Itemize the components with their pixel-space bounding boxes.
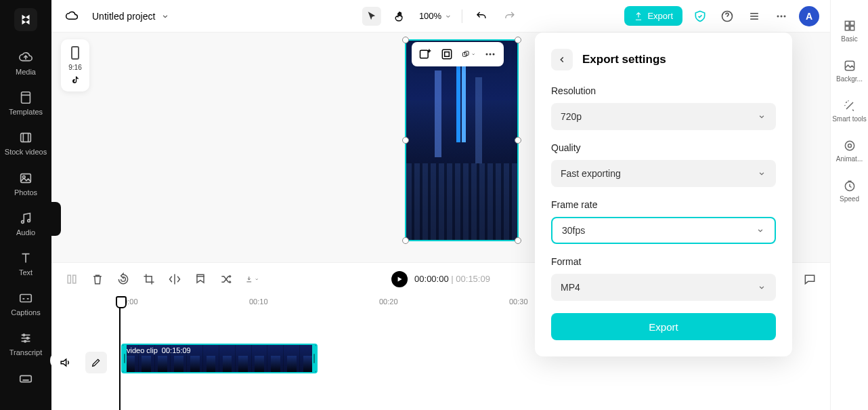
marker-button[interactable] (194, 272, 207, 286)
cloud-sync-button[interactable] (62, 7, 81, 26)
right-tab-basic[interactable]: Basic (831, 12, 868, 49)
replace-media-button[interactable] (418, 47, 432, 61)
more-icon (483, 47, 497, 61)
shield-check-icon (693, 9, 707, 23)
split-icon (65, 272, 79, 286)
resize-handle-tr[interactable] (515, 37, 521, 43)
comment-icon (803, 272, 817, 286)
film-icon (18, 130, 33, 145)
cursor-icon (366, 10, 378, 22)
svg-rect-25 (442, 49, 451, 58)
right-tab-animation[interactable]: Animat... (831, 132, 868, 169)
image-plus-icon (418, 47, 432, 61)
animation-icon (843, 139, 856, 152)
svg-rect-0 (22, 92, 30, 104)
export-button[interactable]: Export (624, 6, 682, 26)
mirror-button[interactable] (168, 272, 181, 286)
resize-handle-tl[interactable] (402, 37, 409, 43)
undo-button[interactable] (472, 7, 491, 26)
resize-handle-br[interactable] (515, 237, 521, 244)
help-button[interactable] (718, 7, 737, 26)
left-sidebar: Media Templates Stock videos Photos Audi… (0, 0, 51, 410)
resize-handle-mr[interactable] (515, 137, 521, 144)
shield-button[interactable] (691, 7, 710, 26)
sidebar-label: Captions (11, 308, 40, 317)
svg-rect-5 (21, 173, 31, 182)
quality-select[interactable]: Fast exporting (551, 160, 776, 187)
sidebar-item-audio[interactable]: Audio (0, 204, 51, 244)
svg-point-13 (23, 334, 25, 336)
right-tab-background[interactable]: Backgr... (831, 52, 868, 89)
cursor-tool[interactable] (362, 7, 381, 26)
resolution-label: Resolution (551, 85, 776, 96)
export-back-button[interactable] (551, 49, 573, 70)
svg-point-14 (26, 337, 28, 340)
list-button[interactable] (745, 7, 764, 26)
export-confirm-button[interactable]: Export (551, 313, 776, 340)
svg-point-8 (28, 220, 30, 222)
sidebar-item-text[interactable]: Text (0, 244, 51, 284)
play-button[interactable] (391, 271, 408, 287)
sidebar-label: Templates (9, 108, 43, 117)
rotate-button[interactable] (116, 272, 130, 286)
ruler-tick: 00:20 (379, 298, 398, 306)
delete-button[interactable] (91, 272, 104, 286)
right-tab-speed[interactable]: Speed (831, 172, 868, 209)
more-button[interactable] (772, 7, 791, 26)
list-icon (747, 9, 761, 23)
clip-trim-left[interactable] (123, 345, 127, 372)
resize-handle-bl[interactable] (402, 237, 409, 244)
video-clip[interactable]: video clip 00:15:09 (121, 344, 318, 373)
aspect-ratio-card[interactable]: 9:16 (61, 39, 89, 91)
sidebar-item-stock-videos[interactable]: Stock videos (0, 123, 51, 163)
edit-track-button[interactable] (85, 352, 107, 373)
cloud-upload-icon (18, 50, 33, 65)
resize-handle-ml[interactable] (402, 137, 409, 144)
avatar[interactable]: A (799, 6, 819, 26)
format-select[interactable]: MP4 (551, 274, 776, 301)
preview-frame[interactable] (405, 39, 519, 241)
music-icon (18, 211, 33, 226)
sidebar-item-transcript[interactable]: Transcript (0, 324, 51, 364)
clip-more-button[interactable] (483, 47, 497, 61)
sidebar-expand-stub[interactable] (51, 202, 61, 236)
layer-button[interactable] (462, 47, 475, 61)
zoom-selector[interactable]: 100% (419, 11, 452, 21)
framerate-label: Frame rate (551, 199, 776, 210)
resolution-select[interactable]: 720p (551, 103, 776, 130)
redo-button[interactable] (500, 7, 519, 26)
sidebar-item-templates[interactable]: Templates (0, 83, 51, 123)
sidebar-label: Transcript (9, 348, 43, 357)
svg-rect-33 (73, 275, 76, 283)
clip-trim-right[interactable] (312, 345, 316, 372)
templates-icon (18, 90, 33, 105)
split-button[interactable] (65, 272, 79, 286)
download-button[interactable] (245, 272, 259, 286)
shuffle-button[interactable] (219, 272, 233, 286)
right-tab-label: Animat... (836, 155, 863, 163)
svg-point-31 (493, 54, 495, 56)
right-sidebar: Basic Backgr... Smart tools Animat... Sp… (830, 0, 868, 410)
redo-icon (504, 10, 516, 22)
mirror-icon (168, 272, 181, 286)
chevron-down-icon (444, 12, 452, 20)
chevron-down-icon (756, 226, 765, 235)
crop-button[interactable] (440, 47, 454, 61)
svg-point-15 (24, 341, 26, 343)
comment-button[interactable] (803, 272, 817, 286)
framerate-select[interactable]: 30fps (551, 217, 776, 244)
shuffle-icon (219, 272, 233, 286)
project-title[interactable]: Untitled project (92, 11, 170, 22)
sidebar-item-keyboard[interactable] (0, 365, 51, 396)
playhead[interactable] (119, 296, 121, 410)
app-logo[interactable] (14, 8, 37, 31)
crop-clip-button[interactable] (142, 272, 156, 286)
sidebar-item-photos[interactable]: Photos (0, 164, 51, 204)
hand-tool[interactable] (391, 7, 410, 26)
upload-icon (634, 12, 643, 21)
right-tab-smart-tools[interactable]: Smart tools (831, 92, 868, 129)
sidebar-item-captions[interactable]: Captions (0, 284, 51, 324)
sidebar-item-media[interactable]: Media (0, 43, 51, 83)
volume-icon[interactable] (58, 356, 72, 369)
more-icon (775, 9, 788, 23)
